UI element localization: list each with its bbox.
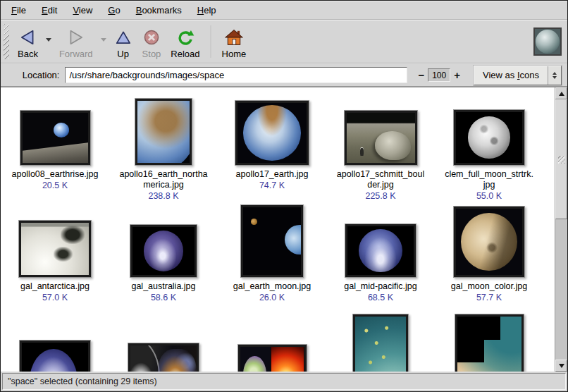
zoom-out-button[interactable]: −	[414, 69, 428, 82]
file-item[interactable]: apollo08_earthrise.jpg 20.5 K	[1, 95, 109, 202]
file-size-label: 58.6 K	[151, 293, 176, 303]
file-thumbnail	[455, 314, 524, 372]
back-history-dropdown[interactable]	[43, 21, 54, 62]
thumbnail-image	[22, 343, 88, 372]
home-button[interactable]: Home	[217, 21, 252, 62]
chevron-down-icon	[101, 38, 106, 42]
view-mode-dropdown[interactable]: View as Icons	[474, 66, 562, 85]
file-item[interactable]: gal_australia.jpg 58.6 K	[109, 204, 218, 303]
thumbnail-image	[130, 345, 197, 372]
file-thumbnail-wrap	[237, 312, 307, 372]
icon-grid-row: apollo08_earthrise.jpg 20.5 K apollo16_e…	[1, 95, 543, 202]
file-item[interactable]: clem_full_moon_strtrk.jpg 55.0 K	[435, 95, 543, 202]
file-item[interactable]	[109, 312, 218, 372]
thumbnail-image	[456, 209, 522, 275]
scroll-down-button[interactable]	[555, 360, 567, 372]
file-item[interactable]: gal_moon_color.jpg 57.7 K	[435, 204, 543, 303]
forward-label: Forward	[59, 49, 93, 59]
file-thumbnail-wrap	[352, 312, 409, 372]
file-item[interactable]	[1, 312, 109, 372]
stop-button: Stop	[137, 21, 166, 62]
file-name-label: gal_australia.jpg	[131, 281, 195, 292]
scroll-up-button[interactable]	[555, 87, 567, 99]
back-button[interactable]: Back	[13, 21, 43, 62]
file-thumbnail	[240, 204, 304, 278]
dropdown-arrows-icon	[548, 66, 561, 85]
file-thumbnail	[130, 224, 197, 278]
up-button[interactable]: Up	[109, 21, 137, 62]
menu-item-file[interactable]: File	[4, 2, 34, 18]
thumbnail-image	[355, 317, 406, 372]
menu-item-view[interactable]: View	[65, 2, 100, 18]
icon-view-canvas[interactable]: apollo08_earthrise.jpg 20.5 K apollo16_e…	[1, 87, 555, 372]
scrollbar-grip-icon	[558, 156, 565, 164]
location-input[interactable]	[65, 67, 407, 83]
home-label: Home	[222, 49, 247, 59]
file-size-label: 55.0 K	[476, 191, 502, 202]
back-label: Back	[18, 49, 38, 59]
file-size-label: 57.0 K	[42, 293, 68, 303]
reload-icon	[176, 27, 195, 48]
file-manager-window: FileEditViewGoBookmarksHelp Back Forward…	[0, 0, 568, 392]
file-size-label: 26.0 K	[259, 293, 285, 303]
view-mode-label: View as Icons	[474, 66, 548, 85]
file-size-label: 20.5 K	[42, 180, 68, 191]
home-icon	[225, 27, 243, 48]
zoom-in-button[interactable]: +	[450, 69, 464, 82]
chevron-down-icon	[46, 38, 51, 42]
stop-icon	[142, 27, 161, 48]
file-size-label: 74.7 K	[259, 180, 285, 191]
toolbar-drag-handle[interactable]	[4, 24, 9, 59]
menu-item-bookmarks[interactable]: Bookmarks	[128, 2, 190, 18]
file-name-label: gal_antarctica.jpg	[20, 281, 89, 292]
file-item[interactable]: gal_mid-pacific.jpg 68.5 K	[326, 204, 435, 303]
file-thumbnail-wrap	[455, 312, 524, 372]
scrollbar-track[interactable]	[555, 219, 567, 360]
file-thumbnail-wrap	[344, 95, 418, 166]
file-thumbnail	[128, 343, 199, 372]
icon-grid-row	[1, 312, 543, 372]
file-item[interactable]	[435, 312, 543, 372]
menu-item-edit[interactable]: Edit	[34, 2, 65, 18]
file-thumbnail	[352, 314, 409, 372]
toolbar-separator	[211, 25, 211, 58]
thumbnail-image	[347, 113, 415, 163]
zoom-level-indicator[interactable]: 100	[428, 68, 450, 82]
file-thumbnail-wrap	[20, 95, 91, 166]
file-thumbnail	[345, 223, 416, 278]
file-item[interactable]	[326, 312, 435, 372]
arrow-down-icon	[559, 364, 564, 368]
file-thumbnail	[235, 100, 309, 166]
up-label: Up	[117, 49, 129, 59]
file-item[interactable]: apollo17_schmitt_boulder.jpg 225.8 K	[326, 95, 435, 202]
file-name-label: clem_full_moon_strtrk.jpg	[445, 169, 533, 190]
file-item[interactable]: gal_antarctica.jpg 57.0 K	[1, 204, 109, 303]
stop-label: Stop	[142, 49, 161, 59]
location-bar: Location: − 100 + View as Icons	[1, 63, 567, 87]
file-thumbnail	[19, 340, 91, 372]
file-size-label: 57.7 K	[476, 293, 502, 303]
file-name-label: apollo16_earth_northamerica.jpg	[119, 169, 207, 190]
file-name-label: apollo08_earthrise.jpg	[11, 169, 98, 180]
vertical-scrollbar	[555, 87, 567, 372]
menu-item-go[interactable]: Go	[100, 2, 128, 18]
file-name-label: gal_moon_color.jpg	[451, 281, 527, 292]
forward-button: Forward	[54, 21, 98, 62]
up-icon	[114, 27, 132, 48]
file-item[interactable]: apollo17_earth.jpg 74.7 K	[218, 95, 326, 202]
status-text: "space" selected (containing 29 items)	[2, 373, 566, 390]
file-thumbnail	[20, 110, 91, 166]
file-size-label: 225.8 K	[365, 191, 395, 202]
menu-item-help[interactable]: Help	[190, 2, 224, 18]
file-item[interactable]	[218, 312, 326, 372]
file-name-label: gal_earth_moon.jpg	[233, 281, 311, 292]
throbber-globe-icon	[533, 27, 562, 56]
file-thumbnail	[344, 110, 418, 166]
forward-icon	[67, 27, 85, 48]
scrollbar-thumb[interactable]	[555, 99, 567, 219]
menu-bar: FileEditViewGoBookmarksHelp	[1, 1, 567, 20]
file-item[interactable]: apollo16_earth_northamerica.jpg 238.8 K	[109, 95, 218, 202]
file-item[interactable]: gal_earth_moon.jpg 26.0 K	[218, 204, 326, 303]
reload-button[interactable]: Reload	[166, 21, 204, 62]
file-thumbnail-wrap	[240, 204, 304, 278]
